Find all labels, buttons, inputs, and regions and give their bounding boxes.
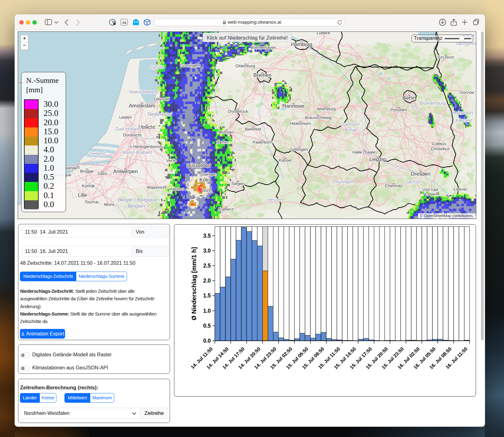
svg-text:Bielefeld: Bielefeld bbox=[245, 127, 261, 131]
svg-text:Paderborn: Paderborn bbox=[252, 140, 272, 145]
svg-text:Leiden: Leiden bbox=[119, 115, 132, 120]
svg-text:Kortrijk: Kortrijk bbox=[82, 183, 95, 188]
svg-text:Aachen: Aachen bbox=[170, 187, 184, 191]
svg-text:lubuskie: lubuskie bbox=[455, 118, 472, 123]
svg-text:Liberec: Liberec bbox=[454, 187, 468, 192]
svg-text:Utrecht: Utrecht bbox=[138, 124, 155, 130]
svg-text:0.0: 0.0 bbox=[203, 338, 211, 344]
svg-text:Łabem: Łabem bbox=[425, 192, 438, 197]
svg-text:Lübeck: Lübeck bbox=[317, 32, 330, 35]
svg-text:Leipzig: Leipzig bbox=[370, 156, 386, 162]
svg-text:'s-Hertogenbosch: 's-Hertogenbosch bbox=[129, 144, 162, 149]
svg-text:1.5: 1.5 bbox=[203, 292, 211, 299]
svg-text:- Chóśebuz: - Chóśebuz bbox=[428, 146, 450, 151]
svg-text:Solingen: Solingen bbox=[200, 172, 217, 177]
svg-text:2.0: 2.0 bbox=[203, 278, 211, 284]
svg-text:Gorzów: Gorzów bbox=[460, 90, 474, 95]
svg-text:Göttingen: Göttingen bbox=[290, 147, 308, 152]
svg-text:Dresden: Dresden bbox=[411, 171, 430, 177]
svg-text:Düsseldorf: Düsseldorf bbox=[186, 163, 211, 168]
svg-text:Osnabrück: Osnabrück bbox=[228, 109, 248, 114]
svg-text:Nederland: Nederland bbox=[148, 111, 172, 117]
svg-text:Wolfsburg: Wolfsburg bbox=[317, 107, 336, 111]
svg-text:Dordrecht: Dordrecht bbox=[123, 133, 142, 137]
svg-text:Anhalt: Anhalt bbox=[344, 127, 357, 132]
svg-text:Chemnitz: Chemnitz bbox=[385, 183, 403, 188]
svg-text:Bremen: Bremen bbox=[253, 72, 271, 78]
svg-text:Köln: Köln bbox=[199, 177, 210, 183]
svg-text:web-mapping.okeanos.ai: web-mapping.okeanos.ai bbox=[227, 20, 281, 25]
svg-text:0.5: 0.5 bbox=[203, 323, 211, 329]
svg-text:Lelystad: Lelystad bbox=[154, 97, 169, 101]
svg-text:Sachsen-: Sachsen- bbox=[341, 122, 360, 127]
svg-text:Hessen: Hessen bbox=[267, 197, 282, 202]
svg-text:Zuid-Holland: Zuid-Holland bbox=[115, 126, 141, 131]
svg-text:Potsdam: Potsdam bbox=[390, 107, 407, 112]
svg-text:Thüringen: Thüringen bbox=[333, 179, 353, 184]
svg-text:Hamm: Hamm bbox=[216, 140, 228, 145]
svg-text:Zeeland: Zeeland bbox=[88, 151, 105, 156]
svg-text:Siegen: Siegen bbox=[231, 181, 244, 186]
svg-text:JS: JS bbox=[122, 21, 126, 25]
svg-text:Tournai: Tournai bbox=[85, 200, 98, 204]
svg-text:Antwerpen: Antwerpen bbox=[113, 169, 138, 174]
svg-text:Hamburg: Hamburg bbox=[291, 41, 312, 47]
svg-text:Hildesheim: Hildesheim bbox=[290, 121, 311, 126]
svg-text:Cottbus: Cottbus bbox=[432, 141, 446, 146]
svg-text:Bremerhaven: Bremerhaven bbox=[251, 45, 276, 50]
svg-text:Noord-Brabant: Noord-Brabant bbox=[122, 150, 152, 155]
svg-text:Münster: Münster bbox=[219, 130, 234, 135]
svg-text:Berlin: Berlin bbox=[403, 95, 416, 101]
svg-text:Koblenz: Koblenz bbox=[219, 207, 234, 211]
svg-text:België / Belgique /: België / Belgique / bbox=[118, 197, 161, 203]
svg-text:Belgien: Belgien bbox=[128, 203, 145, 209]
svg-text:3.5: 3.5 bbox=[203, 233, 211, 239]
svg-text:Hannover: Hannover bbox=[282, 103, 305, 109]
svg-text:Fryslân: Fryslân bbox=[149, 64, 164, 69]
svg-text:Bonn: Bonn bbox=[202, 188, 212, 193]
svg-text:Braunschweig: Braunschweig bbox=[305, 115, 332, 120]
svg-text:Amsterdam: Amsterdam bbox=[129, 103, 155, 108]
svg-text:Venlo: Venlo bbox=[166, 158, 177, 163]
svg-text:Sachsen: Sachsen bbox=[405, 179, 422, 184]
svg-text:Brandenburg: Brandenburg bbox=[420, 101, 446, 106]
svg-text:Ústí nad: Ústí nad bbox=[422, 187, 438, 192]
svg-text:Brugge: Brugge bbox=[80, 169, 94, 173]
svg-text:Oldenburg: Oldenburg bbox=[235, 64, 255, 68]
svg-text:2.5: 2.5 bbox=[203, 263, 211, 269]
svg-text:Kassel: Kassel bbox=[279, 158, 292, 163]
svg-text:Maastricht: Maastricht bbox=[147, 185, 167, 190]
svg-text:Mons: Mons bbox=[104, 202, 114, 207]
svg-text:Szczecin: Szczecin bbox=[437, 55, 454, 59]
svg-text:3.0: 3.0 bbox=[203, 248, 211, 254]
svg-text:Gent: Gent bbox=[98, 171, 107, 176]
svg-text:Noord-Holland: Noord-Holland bbox=[129, 89, 158, 94]
svg-text:Groningen: Groningen bbox=[180, 63, 200, 68]
svg-text:województ.: województ. bbox=[452, 110, 474, 115]
svg-text:Halle (Saale): Halle (Saale) bbox=[352, 150, 377, 154]
svg-text:Ø Niederschlag [mm/1 h]: Ø Niederschlag [mm/1 h] bbox=[191, 247, 197, 321]
svg-text:1.0: 1.0 bbox=[203, 308, 211, 314]
svg-text:Lille: Lille bbox=[78, 192, 87, 198]
